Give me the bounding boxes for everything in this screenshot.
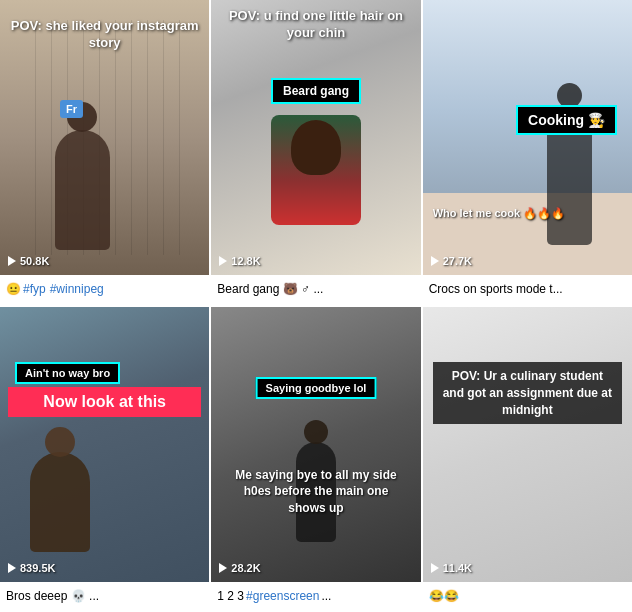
- hashtag-greenscreen[interactable]: #greenscreen: [246, 589, 319, 605]
- view-count-0: 50.8K: [8, 255, 49, 267]
- caption-text-1: Beard gang 🐻 ♂ ...: [217, 282, 323, 298]
- play-icon-0: [8, 256, 16, 266]
- pov-text-0: POV: she liked your instagram story: [10, 18, 199, 52]
- aint-tag: Ain't no way bro: [15, 362, 120, 384]
- caption-123: 1 2 3: [217, 589, 244, 605]
- video-grid: POV: she liked your instagram story Fr 5…: [0, 0, 632, 612]
- caption-0: 😐 #fyp #winnipeg: [0, 275, 209, 305]
- caption-text-3: Bros deeep 💀 ...: [6, 589, 99, 605]
- saying-tag: Saying goodbye lol: [256, 377, 377, 399]
- video-cell-0[interactable]: POV: she liked your instagram story Fr 5…: [0, 0, 209, 305]
- play-icon-1: [219, 256, 227, 266]
- caption-emoji-0: 😐: [6, 282, 21, 298]
- video-cell-3[interactable]: Ain't no way bro Now look at this 839.5K…: [0, 307, 209, 612]
- hashtag-winnipeg[interactable]: #winnipeg: [50, 282, 104, 298]
- pov-text-1: POV: u find one little hair on your chin: [219, 8, 412, 42]
- video-thumbnail-1: POV: u find one little hair on your chin…: [211, 0, 420, 275]
- caption-4: 1 2 3 #greenscreen ...: [211, 582, 420, 612]
- caption-text-2: Crocs on sports mode t...: [429, 282, 563, 298]
- cooking-tag: Cooking 👨‍🍳: [516, 105, 617, 135]
- person-circle-1: [271, 115, 361, 225]
- caption-5: 😂😂: [423, 582, 632, 612]
- pov-culinary-tag: POV: Ur a culinary student and got an as…: [433, 362, 622, 424]
- caption-1: Beard gang 🐻 ♂ ...: [211, 275, 420, 305]
- hashtag-fyp[interactable]: #fyp: [23, 282, 46, 298]
- video-thumbnail-5: POV: Ur a culinary student and got an as…: [423, 307, 632, 582]
- caption-emoji-5: 😂😂: [429, 589, 459, 605]
- view-count-3: 839.5K: [8, 562, 55, 574]
- play-icon-4: [219, 563, 227, 573]
- caption-2: Crocs on sports mode t...: [423, 275, 632, 305]
- fr-badge: Fr: [60, 100, 83, 118]
- view-count-5: 11.4K: [431, 562, 472, 574]
- video-thumbnail-0: POV: she liked your instagram story Fr 5…: [0, 0, 209, 275]
- view-count-4: 28.2K: [219, 562, 260, 574]
- video-thumbnail-2: Cooking 👨‍🍳 Who let me cook 🔥🔥🔥 27.7K: [423, 0, 632, 275]
- me-saying-text: Me saying bye to all my side h0es before…: [226, 467, 405, 517]
- play-icon-2: [431, 256, 439, 266]
- video-cell-1[interactable]: POV: u find one little hair on your chin…: [211, 0, 420, 305]
- video-thumbnail-4: Saying goodbye lol Me saying bye to all …: [211, 307, 420, 582]
- caption-3: Bros deeep 💀 ...: [0, 582, 209, 612]
- beard-gang-tag: Beard gang: [271, 78, 361, 104]
- video-cell-4[interactable]: Saying goodbye lol Me saying bye to all …: [211, 307, 420, 612]
- video-thumbnail-3: Ain't no way bro Now look at this 839.5K: [0, 307, 209, 582]
- person-head-1: [291, 120, 341, 175]
- video-cell-2[interactable]: Cooking 👨‍🍳 Who let me cook 🔥🔥🔥 27.7K Cr…: [423, 0, 632, 305]
- play-icon-3: [8, 563, 16, 573]
- video-cell-5[interactable]: POV: Ur a culinary student and got an as…: [423, 307, 632, 612]
- caption-ellipsis-4: ...: [321, 589, 331, 605]
- view-count-1: 12.8K: [219, 255, 260, 267]
- now-look-tag: Now look at this: [8, 387, 201, 417]
- who-text: Who let me cook 🔥🔥🔥: [433, 207, 622, 220]
- play-icon-5: [431, 563, 439, 573]
- view-count-2: 27.7K: [431, 255, 472, 267]
